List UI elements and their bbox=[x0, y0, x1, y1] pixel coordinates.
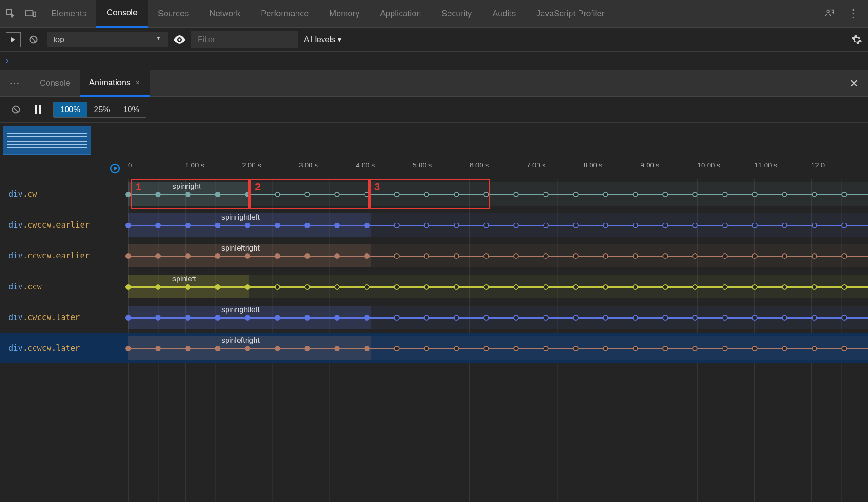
keyframe-marker[interactable] bbox=[334, 284, 340, 290]
keyframe-marker[interactable] bbox=[185, 223, 191, 228]
animation-track[interactable]: div.cwccw.laterspinrightleft bbox=[0, 302, 868, 333]
settings-icon[interactable] bbox=[851, 34, 862, 45]
keyframe-marker[interactable] bbox=[155, 315, 161, 321]
keyframe-marker[interactable] bbox=[692, 346, 698, 351]
keyframe-marker[interactable] bbox=[394, 315, 400, 321]
keyframe-marker[interactable] bbox=[454, 315, 459, 321]
animation-track[interactable]: div.cwccw.earlierspinrightleft bbox=[0, 209, 868, 240]
keyframe-marker[interactable] bbox=[782, 192, 787, 197]
drawer-tab-console[interactable]: Console bbox=[30, 70, 80, 97]
replay-icon[interactable] bbox=[110, 163, 121, 174]
drawer-close-icon[interactable]: ✕ bbox=[840, 77, 868, 90]
speed-button[interactable]: 25% bbox=[87, 102, 117, 117]
panel-tab-audits[interactable]: Audits bbox=[482, 0, 526, 28]
keyframe-marker[interactable] bbox=[752, 346, 758, 351]
keyframe-marker[interactable] bbox=[185, 284, 191, 290]
panel-tab-security[interactable]: Security bbox=[431, 0, 482, 28]
keyframe-marker[interactable] bbox=[454, 346, 459, 351]
panel-tab-javascript-profiler[interactable]: JavaScript Profiler bbox=[526, 0, 614, 28]
keyframe-marker[interactable] bbox=[215, 315, 220, 321]
keyframe-marker[interactable] bbox=[633, 315, 638, 321]
keyframe-marker[interactable] bbox=[454, 284, 459, 290]
keyframe-marker[interactable] bbox=[722, 315, 728, 321]
keyframe-marker[interactable] bbox=[483, 192, 489, 197]
keyframe-marker[interactable] bbox=[215, 192, 220, 197]
keyframe-marker[interactable] bbox=[275, 223, 280, 228]
keyframe-marker[interactable] bbox=[483, 315, 489, 321]
keyframe-marker[interactable] bbox=[633, 284, 638, 290]
keyframe-marker[interactable] bbox=[722, 253, 728, 259]
keyframe-marker[interactable] bbox=[304, 223, 310, 228]
keyframe-marker[interactable] bbox=[573, 253, 579, 259]
keyframe-marker[interactable] bbox=[394, 284, 400, 290]
keyframe-marker[interactable] bbox=[692, 284, 698, 290]
keyframe-marker[interactable] bbox=[662, 346, 668, 351]
track-body[interactable]: spinleft bbox=[128, 271, 868, 302]
keyframe-marker[interactable] bbox=[275, 253, 280, 259]
keyframe-marker[interactable] bbox=[782, 315, 787, 321]
keyframe-marker[interactable] bbox=[245, 315, 250, 321]
keyframe-marker[interactable] bbox=[125, 315, 131, 321]
keyframe-marker[interactable] bbox=[125, 253, 131, 259]
keyframe-marker[interactable] bbox=[841, 253, 847, 259]
keyframe-marker[interactable] bbox=[424, 284, 429, 290]
keyframe-marker[interactable] bbox=[304, 253, 310, 259]
keyframe-marker[interactable] bbox=[782, 346, 787, 351]
animation-track[interactable]: div.ccwcw.earlierspinleftright bbox=[0, 240, 868, 271]
more-icon[interactable]: ⋮ bbox=[839, 7, 868, 20]
keyframe-marker[interactable] bbox=[603, 253, 608, 259]
keyframe-marker[interactable] bbox=[543, 192, 549, 197]
keyframe-marker[interactable] bbox=[573, 223, 579, 228]
keyframe-marker[interactable] bbox=[215, 223, 220, 228]
keyframe-marker[interactable] bbox=[454, 223, 459, 228]
keyframe-marker[interactable] bbox=[304, 192, 310, 197]
live-expression-icon[interactable] bbox=[173, 35, 186, 44]
keyframe-marker[interactable] bbox=[722, 223, 728, 228]
keyframe-marker[interactable] bbox=[424, 346, 429, 351]
keyframe-marker[interactable] bbox=[782, 253, 787, 259]
keyframe-marker[interactable] bbox=[334, 253, 340, 259]
keyframe-marker[interactable] bbox=[364, 253, 370, 259]
keyframe-marker[interactable] bbox=[752, 223, 758, 228]
keyframe-marker[interactable] bbox=[752, 192, 758, 197]
keyframe-marker[interactable] bbox=[573, 284, 579, 290]
keyframe-marker[interactable] bbox=[513, 192, 519, 197]
keyframe-marker[interactable] bbox=[454, 192, 459, 197]
keyframe-marker[interactable] bbox=[275, 315, 280, 321]
keyframe-marker[interactable] bbox=[304, 315, 310, 321]
track-element-label[interactable]: div.cwccw.later bbox=[0, 302, 128, 333]
keyframe-marker[interactable] bbox=[364, 315, 370, 321]
keyframe-marker[interactable] bbox=[812, 315, 817, 321]
keyframe-marker[interactable] bbox=[185, 253, 191, 259]
keyframe-marker[interactable] bbox=[394, 223, 400, 228]
keyframe-marker[interactable] bbox=[692, 223, 698, 228]
keyframe-marker[interactable] bbox=[812, 223, 817, 228]
keyframe-marker[interactable] bbox=[483, 284, 489, 290]
keyframe-marker[interactable] bbox=[513, 315, 519, 321]
speed-button[interactable]: 100% bbox=[54, 102, 87, 117]
keyframe-marker[interactable] bbox=[722, 284, 728, 290]
keyframe-marker[interactable] bbox=[185, 192, 191, 197]
panel-tab-performance[interactable]: Performance bbox=[250, 0, 319, 28]
keyframe-marker[interactable] bbox=[812, 192, 817, 197]
keyframe-marker[interactable] bbox=[841, 315, 847, 321]
track-element-label[interactable]: div.cwccw.earlier bbox=[0, 209, 128, 240]
keyframe-marker[interactable] bbox=[752, 315, 758, 321]
track-element-label[interactable]: div.ccw bbox=[0, 271, 128, 302]
keyframe-marker[interactable] bbox=[513, 253, 519, 259]
keyframe-marker[interactable] bbox=[782, 284, 787, 290]
keyframe-marker[interactable] bbox=[155, 223, 161, 228]
track-body[interactable]: spinright bbox=[128, 179, 868, 209]
track-body[interactable]: spinleftright bbox=[128, 333, 868, 363]
keyframe-marker[interactable] bbox=[841, 346, 847, 351]
keyframe-marker[interactable] bbox=[245, 223, 250, 228]
panel-tab-network[interactable]: Network bbox=[199, 0, 250, 28]
keyframe-marker[interactable] bbox=[483, 346, 489, 351]
keyframe-marker[interactable] bbox=[543, 223, 549, 228]
keyframe-marker[interactable] bbox=[573, 315, 579, 321]
keyframe-marker[interactable] bbox=[812, 253, 817, 259]
keyframe-marker[interactable] bbox=[304, 284, 310, 290]
keyframe-marker[interactable] bbox=[215, 284, 220, 290]
keyframe-marker[interactable] bbox=[334, 192, 340, 197]
keyframe-marker[interactable] bbox=[334, 223, 340, 228]
